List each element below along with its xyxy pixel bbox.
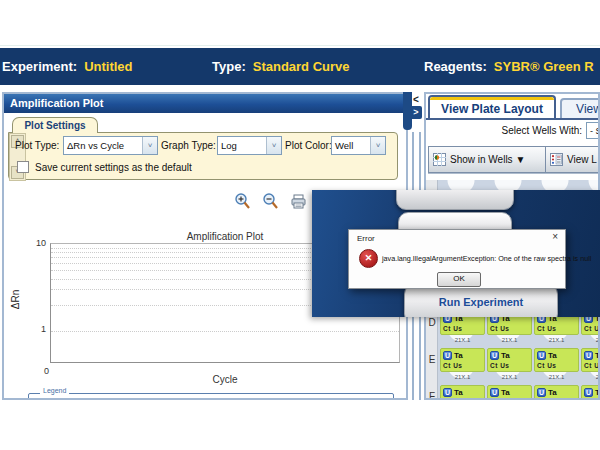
close-icon[interactable]: × xyxy=(552,232,558,242)
reagents-label: Reagents: xyxy=(424,59,487,74)
well-box: UTaCt Us xyxy=(581,348,598,372)
well-line3: 21X.1 xyxy=(440,335,485,345)
show-in-wells-button[interactable]: Show in Wells ▼ xyxy=(428,146,550,173)
well-E2[interactable]: UTaCt Us21X.1 xyxy=(487,348,532,382)
well-F4[interactable]: UTaCt Us21X.1 xyxy=(581,385,598,400)
print-icon[interactable] xyxy=(290,194,307,209)
graph-type-label: Graph Type: xyxy=(161,140,216,151)
ytick-10: 10 xyxy=(28,238,46,248)
error-icon: ✕ xyxy=(359,249,378,268)
experiment-banner: Experiment: Untitled Type: Standard Curv… xyxy=(0,48,600,85)
plot-color-value: Well xyxy=(335,140,353,151)
graph-type-value: Log xyxy=(221,140,237,151)
legend-list-icon xyxy=(550,153,563,166)
tab-view-next[interactable]: View xyxy=(560,98,600,118)
well-box: UTaCt Us xyxy=(534,348,579,372)
tab-plot-settings[interactable]: Plot Settings xyxy=(12,117,98,133)
well-E1[interactable]: UTaCt Us21X.1 xyxy=(440,348,485,382)
well-line2: Ct Us xyxy=(584,361,598,370)
plot-type-label: Plot Type: xyxy=(15,140,59,151)
zoom-in-icon[interactable] xyxy=(234,193,251,210)
select-wells-dropdown[interactable]: - S xyxy=(586,122,600,139)
well-line3: 21X.1 xyxy=(487,372,532,382)
tab-underline xyxy=(426,118,598,120)
well-line3: 21X.1 xyxy=(581,335,598,345)
well-F3[interactable]: UTaCt Us21X.1 xyxy=(534,385,579,400)
well-target: Ta xyxy=(454,388,463,397)
well-line2: Ct Us xyxy=(490,361,531,370)
well-line2: Ct Us xyxy=(584,398,598,400)
well-line3: 21X.1 xyxy=(534,372,579,382)
show-in-wells-label: Show in Wells ▼ xyxy=(450,154,525,165)
wells-grid-icon xyxy=(433,153,446,166)
plate-row-label-F: F xyxy=(426,391,438,400)
view-legend-button[interactable]: View L xyxy=(545,146,600,173)
well-F1[interactable]: UTaCt Us21X.1 xyxy=(440,385,485,400)
type-value: Standard Curve xyxy=(253,59,350,74)
well-line2: Ct Us xyxy=(537,361,578,370)
legend-label: Legend xyxy=(40,387,69,394)
unknown-task-icon: U xyxy=(490,351,499,360)
plot-color-select[interactable]: Well ˅ xyxy=(331,136,386,155)
gridline-1 xyxy=(51,331,399,332)
plate-row-label-D: D xyxy=(426,317,438,328)
unknown-task-icon: U xyxy=(443,388,452,397)
well-line2: Ct Us xyxy=(443,324,484,333)
well-F2[interactable]: UTaCt Us21X.1 xyxy=(487,385,532,400)
well-target: Ta xyxy=(501,351,510,360)
active-tab-accent xyxy=(430,97,554,100)
panel-title: Amplification Plot xyxy=(4,94,406,113)
well-line2: Ct Us xyxy=(443,361,484,370)
chevron-down-icon: ˅ xyxy=(370,137,385,154)
well-box: UTaCt Us xyxy=(487,348,532,372)
well-target: Ta xyxy=(595,351,598,360)
well-E3[interactable]: UTaCt Us21X.1 xyxy=(534,348,579,382)
well-box: UTaCt Us xyxy=(534,385,579,400)
well-box: UTaCt Us xyxy=(440,348,485,372)
plot-settings-body: Plot Type: ΔRn vs Cycle ˅ Graph Type: Lo… xyxy=(8,132,398,180)
well-line2: Ct Us xyxy=(584,324,598,333)
tab-label: View Plate Layout xyxy=(430,102,554,116)
well-box: UTaCt Us xyxy=(487,385,532,400)
save-default-label: Save current settings as the default xyxy=(35,162,192,173)
well-target: Ta xyxy=(454,351,463,360)
experiment-value: Untitled xyxy=(84,59,132,74)
chevron-down-icon: ˅ xyxy=(142,137,157,154)
unknown-task-icon: U xyxy=(537,388,546,397)
well-target: Ta xyxy=(548,388,557,397)
well-line3: 21X.1 xyxy=(487,335,532,345)
well-line2: Ct Us xyxy=(537,324,578,333)
well-target: Ta xyxy=(595,388,598,397)
well-line3: 21X.1 xyxy=(581,372,598,382)
collapse-left-icon[interactable]: < xyxy=(413,95,419,105)
well-line2: Ct Us xyxy=(443,398,484,400)
graph-type-select[interactable]: Log ˅ xyxy=(217,136,282,155)
expand-right-icon[interactable]: > xyxy=(410,106,422,119)
chart-title: Amplification Plot xyxy=(120,231,330,242)
well-line2: Ct Us xyxy=(490,324,531,333)
well-E4[interactable]: UTaCt Us21X.1 xyxy=(581,348,598,382)
banner-type: Type: Standard Curve xyxy=(212,48,350,85)
experiment-label: Experiment: xyxy=(2,59,77,74)
well-box: UTaCt Us xyxy=(440,385,485,400)
well-target: Ta xyxy=(501,388,510,397)
unknown-task-icon: U xyxy=(537,351,546,360)
zoom-out-icon[interactable] xyxy=(262,193,279,210)
plate-row-label-E: E xyxy=(426,354,438,365)
select-wells-label: Select Wells With: xyxy=(466,125,582,136)
chevron-down-icon: ˅ xyxy=(266,137,281,154)
well-line3: 21X.1 xyxy=(440,372,485,382)
error-dialog-title: Error xyxy=(357,234,375,243)
well-line2: Ct Us xyxy=(537,398,578,400)
well-line3: 21X.1 xyxy=(534,335,579,345)
error-message: java.lang.IllegalArgumentException: One … xyxy=(382,254,591,263)
background-button[interactable] xyxy=(396,190,514,210)
unknown-task-icon: U xyxy=(584,388,593,397)
tab-view-plate-layout[interactable]: View Plate Layout xyxy=(428,95,556,118)
banner-reagents: Reagents: SYBR® Green R xyxy=(424,48,594,85)
ytick-1: 1 xyxy=(28,324,46,334)
ok-button[interactable]: OK xyxy=(437,272,481,287)
plot-type-select[interactable]: ΔRn vs Cycle ˅ xyxy=(63,136,158,155)
save-default-checkbox[interactable] xyxy=(17,161,29,173)
unknown-task-icon: U xyxy=(443,351,452,360)
